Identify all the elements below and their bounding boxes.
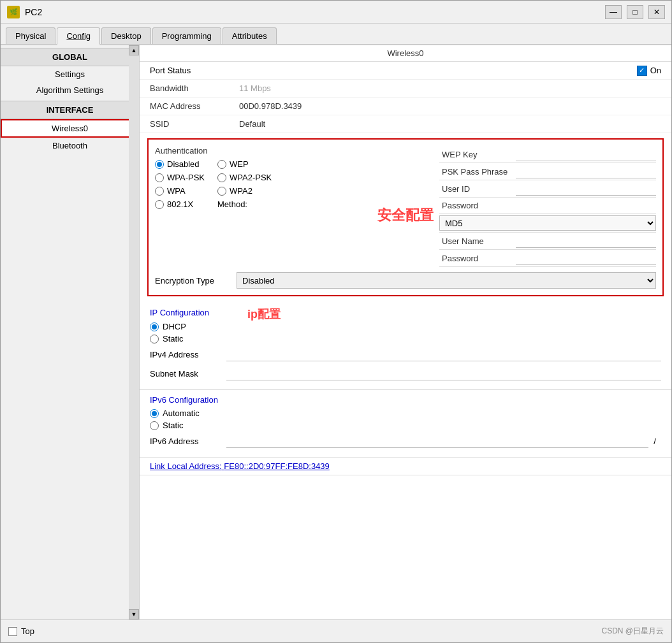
security-box: 安全配置 Authentication Disabled <box>147 138 664 296</box>
bandwidth-row: Bandwidth 11 Mbps <box>140 80 671 98</box>
ipv4-address-input[interactable] <box>226 347 661 361</box>
tab-config[interactable]: Config <box>57 27 100 45</box>
tab-programming[interactable]: Programming <box>152 27 221 44</box>
tab-physical[interactable]: Physical <box>6 27 55 44</box>
radio-dot1x-label: 802.1X <box>167 199 193 209</box>
ipv6-static-label: Static <box>163 421 184 430</box>
ip-title-row: IP Configuration ip配置 <box>150 307 661 322</box>
radio-wep: WEP <box>217 159 272 169</box>
radio-wpa-psk-circle[interactable] <box>155 173 164 182</box>
top-label: Top <box>21 626 34 636</box>
radio-wpa2-psk: WPA2-PSK <box>217 173 272 182</box>
radio-wpa2-label: WPA2 <box>230 186 252 196</box>
title-bar: 🌿 PC2 — □ ✕ <box>1 1 671 24</box>
user-name-input[interactable] <box>516 234 656 248</box>
port-on-checkbox[interactable]: ✓ <box>637 66 647 76</box>
subnet-mask-label: Subnet Mask <box>150 369 226 379</box>
ip-static-radio[interactable] <box>150 335 159 343</box>
ipv6-auto-label: Automatic <box>163 408 200 418</box>
mac-address-label: MAC Address <box>150 101 239 111</box>
auth-left: Authentication Disabled WPA-PSK <box>155 146 433 267</box>
subnet-mask-input[interactable] <box>226 366 661 380</box>
psk-passphrase-row: PSK Pass Phrase <box>439 163 656 180</box>
port-on-control: ✓ On <box>637 66 661 76</box>
user-name-row: User Name <box>439 233 656 250</box>
encryption-type-label: Encryption Type <box>155 276 231 285</box>
main-content: GLOBAL Settings Algorithm Settings INTER… <box>1 45 671 619</box>
window-title: PC2 <box>25 7 605 17</box>
section-title: Wireless0 <box>140 45 671 62</box>
auth-col1: Disabled WPA-PSK WPA <box>155 159 205 213</box>
scroll-down-arrow[interactable]: ▼ <box>129 609 139 619</box>
tab-desktop[interactable]: Desktop <box>101 27 151 44</box>
ip-dhcp-radio[interactable] <box>150 322 159 331</box>
sidebar-global-header: GLOBAL <box>1 48 139 66</box>
wep-key-row: WEP Key <box>439 146 656 163</box>
encryption-row: Encryption Type Disabled WEP AES <box>155 272 656 289</box>
radio-wpa2-circle[interactable] <box>217 187 226 196</box>
subnet-mask-row: Subnet Mask <box>150 365 661 382</box>
password2-label: Password <box>439 254 516 263</box>
radio-wep-label: WEP <box>230 159 249 169</box>
link-local-value: FE80::2D0:97FF:FE8D:3439 <box>224 461 329 471</box>
ipv4-address-label: IPv4 Address <box>150 350 226 359</box>
auth-grid: Disabled WPA-PSK WPA <box>155 159 433 213</box>
sidebar-item-bluetooth[interactable]: Bluetooth <box>1 138 139 154</box>
bandwidth-label: Bandwidth <box>150 83 239 93</box>
password-label: Password <box>439 201 516 210</box>
ssid-label: SSID <box>150 119 239 129</box>
main-window: 🌿 PC2 — □ ✕ Physical Config Desktop Prog… <box>0 0 672 643</box>
radio-wpa: WPA <box>155 186 205 196</box>
ipv6-static-radio[interactable] <box>150 421 159 430</box>
content-area: Wireless0 Port Status ✓ On Bandwidth 11 … <box>140 45 671 619</box>
radio-wpa2-psk-label: WPA2-PSK <box>230 173 272 182</box>
sidebar-item-wireless0[interactable]: Wireless0 <box>1 119 139 138</box>
sidebar-item-settings[interactable]: Settings <box>1 66 139 82</box>
user-id-input[interactable] <box>516 182 656 196</box>
auth-and-fields: Authentication Disabled WPA-PSK <box>155 146 656 267</box>
psk-passphrase-input[interactable] <box>516 164 656 178</box>
radio-wpa-circle[interactable] <box>155 187 164 196</box>
radio-dot1x-circle[interactable] <box>155 200 164 209</box>
ip-watermark: ip配置 <box>247 307 281 322</box>
sidebar-interface-header: INTERFACE <box>1 101 139 119</box>
minimize-button[interactable]: — <box>605 5 622 19</box>
top-checkbox[interactable] <box>8 627 17 636</box>
sidebar-item-algorithm-settings[interactable]: Algorithm Settings <box>1 82 139 98</box>
tab-attributes[interactable]: Attributes <box>223 27 277 44</box>
tab-bar: Physical Config Desktop Programming Attr… <box>1 24 671 45</box>
ipv6-auto-row: Automatic <box>150 408 661 418</box>
method-row: Method: <box>217 199 272 209</box>
password2-input[interactable] <box>516 251 656 265</box>
link-local-row: Link Local Address: FE80::2D0:97FF:FE8D:… <box>140 458 671 475</box>
close-button[interactable]: ✕ <box>648 5 665 19</box>
method-select[interactable]: MD5 <box>439 215 656 231</box>
radio-wpa-psk-label: WPA-PSK <box>167 173 205 182</box>
sidebar-scrollbar: ▲ ▼ <box>129 45 139 619</box>
method-label: Method: <box>217 199 247 209</box>
radio-wpa2-psk-circle[interactable] <box>217 173 226 182</box>
app-icon: 🌿 <box>7 6 20 18</box>
scroll-up-arrow[interactable]: ▲ <box>129 45 139 55</box>
ipv6-auto-radio[interactable] <box>150 409 159 418</box>
wep-key-label: WEP Key <box>439 150 516 159</box>
radio-wep-circle[interactable] <box>217 160 226 169</box>
psk-passphrase-label: PSK Pass Phrase <box>439 167 516 177</box>
radio-disabled-circle[interactable] <box>155 160 164 169</box>
ipv6-slash: / <box>648 437 661 446</box>
bandwidth-value: 11 Mbps <box>239 83 661 93</box>
ip-config-section: IP Configuration ip配置 DHCP Static IPv4 A… <box>140 301 671 390</box>
port-on-label: On <box>650 66 661 75</box>
encryption-select[interactable]: Disabled WEP AES <box>237 272 656 289</box>
ssid-value: Default <box>239 119 661 129</box>
radio-disabled: Disabled <box>155 159 205 169</box>
ipv6-static-row: Static <box>150 421 661 430</box>
ipv6-address-row: IPv6 Address / <box>150 433 661 449</box>
ip-config-title: IP Configuration <box>150 308 209 317</box>
csdn-watermark: CSDN @日星月云 <box>601 626 664 637</box>
wep-key-input[interactable] <box>516 147 656 161</box>
sidebar: GLOBAL Settings Algorithm Settings INTER… <box>1 45 140 619</box>
maximize-button[interactable]: □ <box>627 5 643 19</box>
ipv6-address-input[interactable] <box>226 434 648 448</box>
mac-address-row: MAC Address 00D0.978D.3439 <box>140 98 671 115</box>
